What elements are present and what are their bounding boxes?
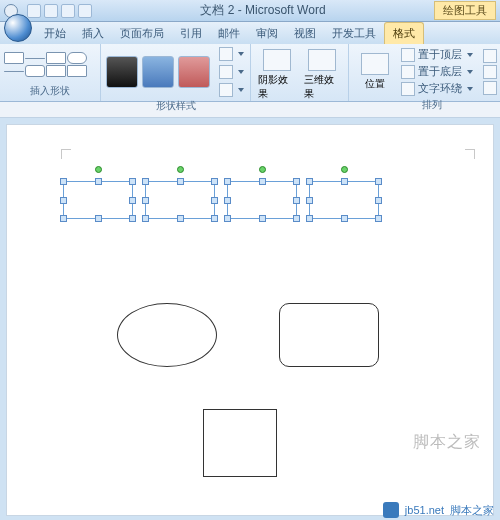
change-shape-icon [219,83,233,97]
tab-home[interactable]: 开始 [36,23,74,44]
selected-shape[interactable] [63,181,133,219]
front-icon [401,48,415,62]
group-label: 插入形状 [4,83,96,99]
square-shape[interactable] [203,409,277,477]
shape-gallery[interactable] [4,52,96,77]
group-label: 形状样式 [105,98,246,114]
site-brand: 脚本之家 [450,503,494,518]
selected-shape[interactable] [309,181,379,219]
back-icon [401,65,415,79]
tab-layout[interactable]: 页面布局 [112,23,172,44]
contextual-tab-label: 绘图工具 [434,1,496,20]
change-shape-button[interactable] [217,82,246,98]
3d-effects-button[interactable]: 三维效果 [301,46,345,104]
shape-textbox-icon[interactable] [4,52,24,64]
tab-references[interactable]: 引用 [172,23,210,44]
style-swatch-blue[interactable] [142,56,174,88]
undo-icon[interactable] [44,4,58,18]
send-to-back-button[interactable]: 置于底层 [399,63,475,80]
shape-arrow-icon[interactable] [4,71,24,72]
rotate-icon [483,81,497,95]
tab-review[interactable]: 审阅 [248,23,286,44]
site-footer: jb51.net 脚本之家 [383,502,494,518]
shadow-icon [263,49,291,71]
tab-view[interactable]: 视图 [286,23,324,44]
position-icon [361,53,389,75]
pen-icon [219,65,233,79]
style-swatch-red[interactable] [178,56,210,88]
button-label: 阴影效果 [258,73,296,101]
shape-tri-icon[interactable] [46,65,66,77]
redo-icon[interactable] [61,4,75,18]
tab-developer[interactable]: 开发工具 [324,23,384,44]
ribbon-tabs: 开始 插入 页面布局 引用 邮件 审阅 视图 开发工具 格式 [0,22,500,44]
cube-icon [308,49,336,71]
group-label: 排列 [353,97,500,113]
watermark: 脚本之家 [413,432,481,453]
site-url: jb51.net [405,504,444,516]
text-wrap-button[interactable]: 文字环绕 [399,80,475,97]
shadow-effects-button[interactable]: 阴影效果 [255,46,299,104]
align-button[interactable] [481,48,500,64]
site-logo-icon [383,502,399,518]
group-arrange: 位置 置于顶层 置于底层 文字环绕 排列 [349,44,500,101]
style-swatch-black[interactable] [106,56,138,88]
group-button[interactable] [481,64,500,80]
office-button[interactable] [4,14,32,42]
position-button[interactable]: 位置 [353,50,397,94]
group-insert-shapes: 插入形状 [0,44,101,101]
rounded-rect-shape[interactable] [279,303,379,367]
group-shape-styles: 形状样式 [101,44,251,101]
group-label [255,104,344,117]
document-canvas[interactable]: 脚本之家 [6,124,494,516]
crop-mark [465,149,475,159]
title-bar: 文档 2 - Microsoft Word 绘图工具 [0,0,500,22]
shape-rect-icon[interactable] [46,52,66,64]
ribbon: 插入形状 形状样式 阴影效果 三维效果 [0,44,500,102]
shape-line-icon[interactable] [25,58,45,59]
wrap-icon [401,82,415,96]
tab-format[interactable]: 格式 [384,22,424,44]
shape-dia-icon[interactable] [67,65,87,77]
bring-to-front-button[interactable]: 置于顶层 [399,46,475,63]
shape-fill-button[interactable] [217,46,246,62]
align-icon [483,49,497,63]
tab-mailings[interactable]: 邮件 [210,23,248,44]
qat-more-icon[interactable] [78,4,92,18]
button-label: 三维效果 [304,73,342,101]
group-icon [483,65,497,79]
selected-shape[interactable] [145,181,215,219]
tab-insert[interactable]: 插入 [74,23,112,44]
bucket-icon [219,47,233,61]
rotate-button[interactable] [481,80,500,96]
shape-oval-icon[interactable] [67,52,87,64]
selected-shape[interactable] [227,181,297,219]
button-label: 位置 [365,77,385,91]
crop-mark [61,149,71,159]
window-title: 文档 2 - Microsoft Word [92,2,434,19]
save-icon[interactable] [27,4,41,18]
group-effects: 阴影效果 三维效果 [251,44,349,101]
quick-access-toolbar [27,4,92,18]
ellipse-shape[interactable] [117,303,217,367]
shape-outline-button[interactable] [217,64,246,80]
shape-roundrect-icon[interactable] [25,65,45,77]
